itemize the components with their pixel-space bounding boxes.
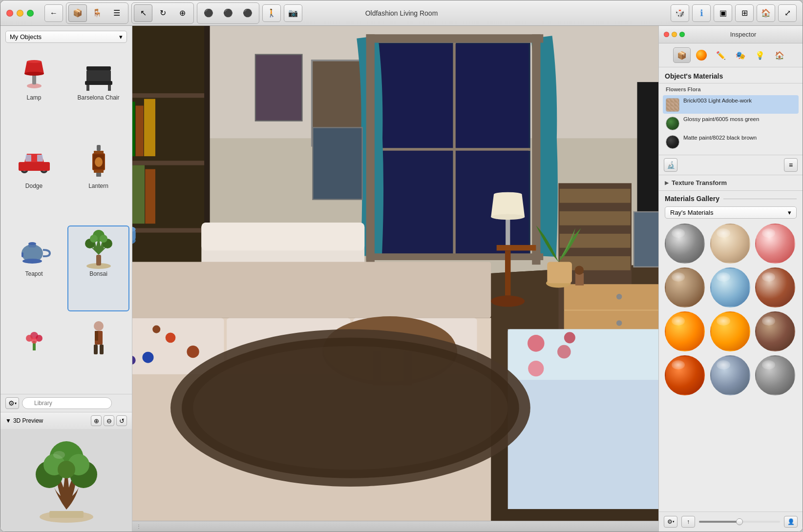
material-ball-5[interactable] (710, 267, 750, 307)
library-search-input[interactable] (22, 397, 112, 409)
chair-icon: 🪑 (92, 8, 102, 18)
inspector-import-button[interactable]: ↑ (681, 516, 695, 528)
camera-button[interactable]: 📷 (284, 4, 302, 22)
matte-mat-name: Matte paint/8022 black brown (683, 134, 757, 142)
svg-rect-149 (575, 273, 584, 285)
inspector-gear-icon: ⚙ (667, 518, 673, 525)
view-lg-button[interactable]: ⚫ (238, 4, 257, 22)
scene-tab-icon: 🏠 (775, 51, 784, 60)
gallery-divider (723, 199, 797, 199)
floorplan-button[interactable]: ⊞ (735, 4, 754, 22)
material-ball-10[interactable] (665, 355, 705, 395)
svg-rect-8 (86, 85, 89, 91)
matte-swatch (666, 135, 679, 149)
object-item-lamp[interactable]: Lamp (3, 49, 65, 135)
material-item-gloss[interactable]: Glossy paint/6005 moss green (663, 114, 799, 132)
minimize-button[interactable] (17, 10, 23, 17)
material-ball-3[interactable] (755, 224, 795, 264)
material-ball-12[interactable] (755, 355, 795, 395)
inspector-tab-scene[interactable]: 🏠 (771, 47, 788, 63)
object-item-teapot[interactable]: Teapot (3, 225, 65, 311)
lantern-icon-container (79, 143, 118, 182)
texture-transform-header[interactable]: ▶ Texture Transform (665, 179, 797, 186)
gallery-header: Materials Gallery (665, 195, 797, 203)
reset-view-button[interactable]: ↺ (116, 415, 127, 426)
light-tab-icon: 💡 (755, 51, 765, 60)
svg-rect-7 (85, 81, 112, 85)
material-ball-6[interactable] (755, 267, 795, 307)
split-view-button[interactable]: ▣ (714, 4, 732, 22)
inspector-title: Inspector (689, 31, 798, 38)
object-item-flowers[interactable] (3, 314, 65, 392)
inspector-tab-objects[interactable]: 📦 (673, 47, 691, 63)
object-item-dodge[interactable]: Dodge (3, 138, 65, 224)
title-bar: ← 📦 🪑 ☰ ↖ ↻ (0, 0, 803, 26)
view-md-button[interactable]: ⚫ (219, 4, 237, 22)
fullscreen-button[interactable]: ⤢ (778, 4, 797, 22)
material-ball-9[interactable] (755, 311, 795, 351)
preview-collapse-icon: ▼ (5, 417, 11, 424)
chair-icon-container (79, 54, 118, 93)
svg-rect-70 (144, 99, 155, 156)
gallery-dropdown[interactable]: Ray's Materials ▾ (665, 206, 797, 219)
inspector-close-button[interactable] (664, 32, 669, 37)
object-item-lantern[interactable]: Lantern (67, 138, 129, 224)
inspector-tab-light[interactable]: 💡 (751, 47, 769, 63)
walk-mode-button[interactable]: 🚶 (262, 4, 281, 22)
object-item-bonsai[interactable]: Bonsai (67, 225, 129, 311)
svg-rect-44 (95, 331, 98, 341)
split-view-icon: ▣ (719, 8, 727, 18)
resize-handle-icon[interactable]: ⋮ (136, 524, 142, 529)
fullscreen-icon: ⤢ (784, 8, 791, 18)
material-ball-11[interactable] (710, 355, 750, 395)
material-ball-7[interactable] (665, 311, 705, 351)
menu-button[interactable]: ≡ (784, 158, 798, 172)
zoom-in-button[interactable]: ⊕ (91, 415, 102, 426)
transform-tool-button[interactable]: ⊕ (173, 4, 191, 22)
library-list-button[interactable]: ☰ (107, 4, 126, 22)
inspector-minimize-button[interactable] (672, 32, 677, 37)
gear-settings-button[interactable]: ⚙ ▾ (5, 397, 19, 409)
svg-rect-73 (132, 165, 145, 224)
view-sm-button[interactable]: ⚫ (199, 4, 218, 22)
material-ball-8[interactable] (710, 311, 750, 351)
rotate-tool-button[interactable]: ↻ (153, 4, 172, 22)
object-item-chair[interactable]: Barselona Chair (67, 49, 129, 135)
info-button[interactable]: ℹ (692, 4, 711, 22)
dodge-label: Dodge (25, 183, 42, 189)
inspector-tab-materials[interactable] (693, 47, 710, 63)
back-button[interactable]: ← (44, 4, 63, 22)
preview-header[interactable]: ▼ 3D Preview ⊕ ⊖ ↺ (0, 412, 132, 429)
svg-rect-46 (100, 345, 104, 354)
gallery-title: Materials Gallery (665, 195, 719, 203)
objects-grid-icon: 📦 (73, 8, 83, 18)
library-chair-button[interactable]: 🪑 (88, 4, 106, 22)
object-item-figure[interactable] (67, 314, 129, 392)
material-ball-1[interactable] (665, 224, 705, 264)
home-button[interactable]: 🏠 (757, 4, 775, 22)
menu-lines-icon: ≡ (789, 161, 793, 169)
material-balls-grid (665, 224, 797, 400)
inspector-title-bar: Inspector (659, 26, 803, 43)
zoom-out-button[interactable]: ⊖ (104, 415, 114, 426)
material-ball-2[interactable] (710, 224, 750, 264)
eyedropper-button[interactable]: 🔬 (664, 158, 677, 172)
inspector-tab-edit[interactable]: ✏️ (712, 47, 730, 63)
render-engine-button[interactable]: 🎲 (671, 4, 689, 22)
inspector-person-button[interactable]: 👤 (784, 516, 798, 528)
svg-rect-6 (86, 70, 111, 82)
material-item-brick[interactable]: Brick/003 Light Adobe-work (663, 95, 799, 114)
library-objects-button[interactable]: 📦 (68, 4, 87, 22)
preview-header-left: ▼ 3D Preview (5, 417, 43, 424)
close-button[interactable] (6, 10, 13, 17)
maximize-button[interactable] (27, 10, 34, 17)
inspector-tab-render[interactable]: 🎭 (732, 47, 749, 63)
main-3d-view[interactable]: ⋮ (132, 26, 658, 532)
cursor-tool-button[interactable]: ↖ (134, 4, 152, 22)
size-slider-thumb[interactable] (736, 518, 743, 525)
material-ball-4[interactable] (665, 267, 705, 307)
objects-dropdown[interactable]: My Objects ▾ (5, 31, 127, 43)
inspector-gear-button[interactable]: ⚙ ▾ (664, 516, 677, 528)
inspector-maximize-button[interactable] (679, 32, 685, 37)
material-item-matte[interactable]: Matte paint/8022 black brown (663, 132, 799, 151)
